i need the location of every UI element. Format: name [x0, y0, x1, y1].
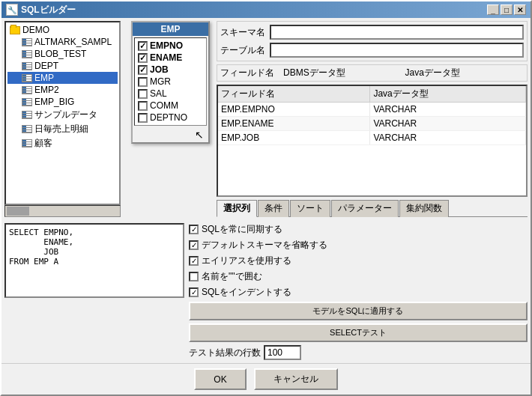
tree-item-blob[interactable]: BLOB_TEST — [7, 48, 118, 60]
tree-item-label: ALTMARK_SAMPL — [34, 37, 112, 47]
horizontal-scrollbar[interactable] — [4, 205, 121, 217]
option-default-schema: デフォルトスキーマを省略する — [189, 239, 528, 252]
option-indent-sql: SQLをインデントする — [189, 286, 528, 299]
tree-item-daily[interactable]: 日毎売上明細 — [7, 122, 118, 136]
title-bar-left: 🔧 SQLビルダー — [6, 4, 76, 16]
tree-item-label: EMP — [34, 73, 54, 83]
maximize-button[interactable]: □ — [501, 4, 513, 15]
schema-input[interactable] — [270, 25, 524, 40]
field-name-header: フィールド名 — [220, 67, 280, 79]
select-test-button[interactable]: SELECTテスト — [189, 323, 528, 342]
table-row[interactable]: EMP.ENAME VARCHAR — [218, 117, 526, 131]
table-input[interactable] — [270, 43, 524, 58]
quote-name-checkbox[interactable] — [189, 272, 199, 281]
tab-sort[interactable]: ソート — [290, 200, 330, 217]
close-button[interactable]: ✕ — [514, 4, 526, 15]
field-name-cell: EMP.JOB — [218, 131, 370, 145]
tree-item-empbig[interactable]: EMP_BIG — [7, 96, 118, 108]
schema-label: スキーマ名 — [220, 26, 265, 39]
tree-item-emp2[interactable]: EMP2 — [7, 84, 118, 96]
table-icon-altmark — [21, 37, 33, 47]
sal-label: SAL — [150, 88, 167, 99]
ename-label: ENAME — [150, 52, 182, 63]
sal-checkbox[interactable] — [138, 89, 148, 99]
ok-button[interactable]: OK — [194, 368, 246, 390]
empno-checkbox[interactable]: ✓ — [138, 41, 148, 51]
tree-item-kokyaku[interactable]: 顧客 — [7, 136, 118, 150]
table-icon-daily — [21, 124, 33, 135]
table-row[interactable]: EMP.EMPNO VARCHAR — [218, 103, 526, 117]
tree-item-label: BLOB_TEST — [34, 49, 86, 59]
job-checkbox[interactable]: ✓ — [138, 65, 148, 75]
tree-item-altmark[interactable]: ALTMARK_SAMPL — [7, 36, 118, 48]
tree-root-label: DEMO — [22, 25, 49, 35]
tree-item-label: サンプルデータ — [34, 109, 97, 121]
schema-row: スキーマ名 — [220, 25, 524, 40]
field-table-container[interactable]: フィールド名 Javaデータ型 EMP.EMPNO VARCHAR EMP.EN… — [217, 85, 528, 197]
emp-field-sal[interactable]: SAL — [136, 88, 205, 100]
table-label: テーブル名 — [220, 44, 265, 57]
emp-field-ename[interactable]: ✓ ENAME — [136, 52, 205, 64]
default-schema-checkbox[interactable] — [189, 240, 199, 250]
bottom-area: SELECT EMPNO, ENAME, JOB FROM EMP A SQLを… — [1, 220, 531, 363]
title-bar-buttons: _ □ ✕ — [487, 4, 526, 15]
sql-textarea[interactable]: SELECT EMPNO, ENAME, JOB FROM EMP A — [4, 223, 184, 298]
table-icon-emp — [21, 73, 33, 83]
emp-field-empno[interactable]: ✓ EMPNO — [136, 40, 205, 52]
col-field-name: フィールド名 — [218, 86, 370, 103]
job-label: JOB — [150, 64, 169, 75]
folder-icon — [9, 25, 21, 35]
mgr-label: MGR — [150, 76, 171, 87]
tabs-section: 選択列 条件 ソート パラメーター 集約関数 — [217, 200, 528, 217]
dbms-type-header: DBMSデータ型 — [283, 67, 402, 79]
emp-field-job[interactable]: ✓ JOB — [136, 64, 205, 76]
tree-container[interactable]: DEMO ALTMARK_SAMPL BLOB_TEST — [4, 21, 121, 205]
comm-checkbox[interactable] — [138, 101, 148, 111]
window-icon: 🔧 — [6, 4, 18, 16]
emp-field-deptno[interactable]: DEPTNO — [136, 112, 205, 124]
mgr-checkbox[interactable] — [138, 77, 148, 87]
tree-item-sample[interactable]: サンプルデータ — [7, 108, 118, 122]
sync-sql-checkbox[interactable] — [189, 225, 199, 234]
tree-item-label: EMP_BIG — [34, 97, 74, 107]
sql-panel: SELECT EMPNO, ENAME, JOB FROM EMP A — [4, 223, 184, 360]
minimize-button[interactable]: _ — [487, 4, 499, 15]
test-rows-label: テスト結果の行数 — [189, 347, 261, 359]
use-alias-checkbox[interactable] — [189, 256, 199, 266]
indent-sql-label: SQLをインデントする — [202, 286, 291, 299]
indent-sql-checkbox[interactable] — [189, 287, 199, 297]
emp-popup: EMP ✓ EMPNO ✓ ENAME ✓ JOB — [131, 21, 210, 144]
field-type-cell: VARCHAR — [370, 103, 526, 117]
use-alias-label: エイリアスを使用する — [202, 255, 291, 267]
default-schema-label: デフォルトスキーマを省略する — [202, 239, 327, 252]
apply-model-button[interactable]: モデルをSQLに適用する — [189, 302, 528, 320]
test-rows-input[interactable] — [264, 345, 301, 360]
test-row: テスト結果の行数 — [189, 345, 528, 360]
ename-checkbox[interactable]: ✓ — [138, 53, 148, 63]
option-sync-sql: SQLを常に同期する — [189, 223, 528, 236]
table-icon-dept — [21, 61, 33, 71]
tree-root[interactable]: DEMO — [7, 24, 118, 36]
deptno-checkbox[interactable] — [138, 113, 148, 123]
col-java-type: Javaデータ型 — [370, 86, 526, 103]
tab-aggregate[interactable]: 集約関数 — [399, 200, 449, 217]
emp-field-comm[interactable]: COMM — [136, 100, 205, 112]
field-type-cell: VARCHAR — [370, 117, 526, 131]
tree-item-dept[interactable]: DEPT — [7, 60, 118, 72]
tree-item-emp[interactable]: EMP — [7, 72, 118, 84]
options-panel: SQLを常に同期する デフォルトスキーマを省略する エイリアスを使用する 名前を… — [189, 223, 528, 360]
table-icon-blob — [21, 49, 33, 59]
tab-select[interactable]: 選択列 — [217, 200, 257, 217]
table-row[interactable]: EMP.JOB VARCHAR — [218, 131, 526, 145]
fields-header: フィールド名 DBMSデータ型 Javaデータ型 — [217, 64, 528, 82]
option-quote-name: 名前を""で囲む — [189, 270, 528, 283]
tab-parameter[interactable]: パラメーター — [331, 200, 399, 217]
left-panel: DEMO ALTMARK_SAMPL BLOB_TEST — [4, 21, 121, 217]
cancel-button[interactable]: キャンセル — [254, 368, 338, 390]
emp-field-mgr[interactable]: MGR — [136, 76, 205, 88]
field-table: フィールド名 Javaデータ型 EMP.EMPNO VARCHAR EMP.EN… — [218, 86, 526, 145]
deptno-label: DEPTNO — [150, 112, 187, 123]
tree-item-label: 顧客 — [34, 137, 52, 150]
empno-label: EMPNO — [150, 40, 183, 51]
tab-condition[interactable]: 条件 — [258, 200, 289, 217]
